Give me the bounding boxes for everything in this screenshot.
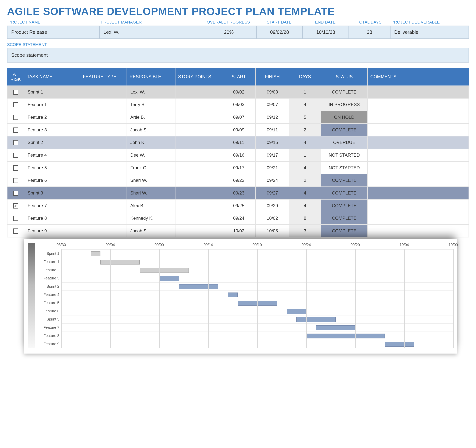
task-name-cell[interactable]: Sprint 2: [24, 136, 80, 149]
story-points-cell[interactable]: [175, 199, 222, 212]
feature-type-cell[interactable]: [80, 86, 127, 98]
task-name-cell[interactable]: Feature 6: [24, 174, 80, 187]
gantt-bar[interactable]: [179, 284, 218, 289]
gantt-bar[interactable]: [287, 309, 306, 314]
finish-cell[interactable]: 09/29: [255, 199, 289, 212]
task-name-cell[interactable]: Feature 9: [24, 225, 80, 237]
status-cell[interactable]: NOT STARTED: [321, 149, 368, 161]
days-cell[interactable]: 4: [289, 98, 321, 111]
at-risk-checkbox[interactable]: ✔: [13, 203, 18, 209]
total-days-cell[interactable]: 38: [349, 26, 390, 39]
finish-cell[interactable]: 09/27: [255, 187, 289, 199]
story-points-cell[interactable]: [175, 136, 222, 149]
status-cell[interactable]: COMPLETE: [321, 86, 368, 98]
start-cell[interactable]: 09/11: [222, 136, 255, 149]
gantt-bar[interactable]: [296, 317, 336, 322]
feature-type-cell[interactable]: [80, 212, 127, 225]
comments-cell[interactable]: [368, 199, 469, 212]
finish-cell[interactable]: 09/17: [255, 149, 289, 161]
start-cell[interactable]: 09/22: [222, 174, 255, 187]
task-name-cell[interactable]: Feature 2: [24, 111, 80, 124]
at-risk-checkbox[interactable]: [13, 216, 18, 221]
status-cell[interactable]: COMPLETE: [321, 187, 368, 199]
finish-cell[interactable]: 10/05: [255, 225, 289, 237]
comments-cell[interactable]: [368, 98, 469, 111]
responsible-cell[interactable]: Frank C.: [127, 161, 175, 174]
days-cell[interactable]: 5: [289, 111, 321, 124]
start-cell[interactable]: 09/03: [222, 98, 255, 111]
start-cell[interactable]: 09/09: [222, 124, 255, 136]
story-points-cell[interactable]: [175, 86, 222, 98]
comments-cell[interactable]: [368, 161, 469, 174]
task-name-cell[interactable]: Sprint 3: [24, 187, 80, 199]
start-cell[interactable]: 09/07: [222, 111, 255, 124]
comments-cell[interactable]: [368, 149, 469, 161]
gantt-bar[interactable]: [306, 334, 385, 338]
comments-cell[interactable]: [368, 124, 469, 136]
finish-cell[interactable]: 09/15: [255, 136, 289, 149]
days-cell[interactable]: 2: [289, 124, 321, 136]
status-cell[interactable]: COMPLETE: [321, 225, 368, 237]
task-name-cell[interactable]: Feature 4: [24, 149, 80, 161]
feature-type-cell[interactable]: [80, 136, 127, 149]
gantt-bar[interactable]: [159, 276, 179, 281]
status-cell[interactable]: COMPLETE: [321, 174, 368, 187]
feature-type-cell[interactable]: [80, 225, 127, 237]
task-name-cell[interactable]: Feature 3: [24, 124, 80, 136]
feature-type-cell[interactable]: [80, 98, 127, 111]
task-name-cell[interactable]: Feature 1: [24, 98, 80, 111]
at-risk-checkbox[interactable]: [13, 115, 18, 120]
story-points-cell[interactable]: [175, 124, 222, 136]
responsible-cell[interactable]: Lexi W.: [127, 86, 175, 98]
at-risk-checkbox[interactable]: [13, 140, 18, 145]
comments-cell[interactable]: [368, 86, 469, 98]
feature-type-cell[interactable]: [80, 174, 127, 187]
start-cell[interactable]: 09/02: [222, 86, 255, 98]
responsible-cell[interactable]: Kennedy K.: [127, 212, 175, 225]
status-cell[interactable]: COMPLETE: [321, 199, 368, 212]
responsible-cell[interactable]: Alex B.: [127, 199, 175, 212]
days-cell[interactable]: 2: [289, 174, 321, 187]
days-cell[interactable]: 4: [289, 199, 321, 212]
at-risk-checkbox[interactable]: [13, 127, 18, 133]
finish-cell[interactable]: 09/24: [255, 174, 289, 187]
status-cell[interactable]: ON HOLD: [321, 111, 368, 124]
gantt-bar[interactable]: [316, 325, 355, 330]
story-points-cell[interactable]: [175, 187, 222, 199]
days-cell[interactable]: 1: [289, 149, 321, 161]
start-cell[interactable]: 09/16: [222, 149, 255, 161]
finish-cell[interactable]: 09/12: [255, 111, 289, 124]
start-cell[interactable]: 09/24: [222, 212, 255, 225]
comments-cell[interactable]: [368, 174, 469, 187]
status-cell[interactable]: COMPLETE: [321, 212, 368, 225]
status-cell[interactable]: IN PROGRESS: [321, 98, 368, 111]
responsible-cell[interactable]: Shari W.: [127, 174, 175, 187]
at-risk-checkbox[interactable]: [13, 228, 18, 234]
comments-cell[interactable]: [368, 225, 469, 237]
finish-cell[interactable]: 09/21: [255, 161, 289, 174]
status-cell[interactable]: OVERDUE: [321, 136, 368, 149]
comments-cell[interactable]: [368, 187, 469, 199]
days-cell[interactable]: 8: [289, 212, 321, 225]
start-cell[interactable]: 09/25: [222, 199, 255, 212]
story-points-cell[interactable]: [175, 212, 222, 225]
start-cell[interactable]: 10/02: [222, 225, 255, 237]
feature-type-cell[interactable]: [80, 124, 127, 136]
start-date-cell[interactable]: 09/02/28: [256, 26, 303, 39]
feature-type-cell[interactable]: [80, 149, 127, 161]
days-cell[interactable]: 1: [289, 86, 321, 98]
gantt-bar[interactable]: [91, 251, 101, 256]
feature-type-cell[interactable]: [80, 199, 127, 212]
project-name-cell[interactable]: Product Release: [7, 26, 100, 39]
days-cell[interactable]: 4: [289, 136, 321, 149]
gantt-bar[interactable]: [100, 260, 140, 265]
story-points-cell[interactable]: [175, 174, 222, 187]
at-risk-checkbox[interactable]: [13, 90, 18, 95]
task-name-cell[interactable]: Sprint 1: [24, 86, 80, 98]
responsible-cell[interactable]: Terry B: [127, 98, 175, 111]
finish-cell[interactable]: 09/11: [255, 124, 289, 136]
responsible-cell[interactable]: John K.: [127, 136, 175, 149]
comments-cell[interactable]: [368, 136, 469, 149]
status-cell[interactable]: NOT STARTED: [321, 161, 368, 174]
end-date-cell[interactable]: 10/10/28: [303, 26, 349, 39]
